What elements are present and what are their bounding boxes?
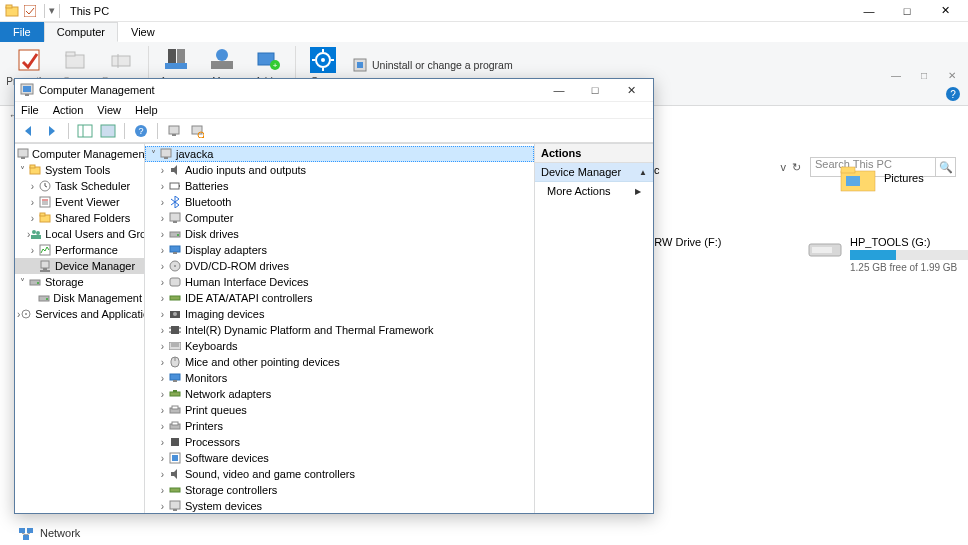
folder-pictures[interactable]: Pictures	[840, 164, 960, 192]
device-category[interactable]: › Mice and other pointing devices	[145, 354, 534, 370]
mgmt-titlebar[interactable]: Computer Management — □ ✕	[15, 79, 653, 101]
menu-help[interactable]: Help	[135, 104, 158, 116]
twisty-icon[interactable]: ›	[27, 197, 38, 208]
mgmt-minimize-button[interactable]: —	[541, 79, 577, 101]
twisty-icon[interactable]: ›	[157, 437, 168, 448]
device-category[interactable]: › Computer	[145, 210, 534, 226]
device-category[interactable]: › Bluetooth	[145, 194, 534, 210]
device-category[interactable]: › Batteries	[145, 178, 534, 194]
tree-performance[interactable]: › Performance	[15, 242, 144, 258]
tree-services[interactable]: › Services and Applications	[15, 306, 144, 322]
tb-show-hide-button[interactable]	[75, 122, 95, 140]
tab-computer[interactable]: Computer	[44, 22, 118, 42]
tab-file[interactable]: File	[0, 22, 44, 42]
device-category[interactable]: › Intel(R) Dynamic Platform and Thermal …	[145, 322, 534, 338]
twisty-icon[interactable]: ›	[157, 373, 168, 384]
twisty-icon[interactable]: ›	[157, 277, 168, 288]
twisty-icon[interactable]: ›	[157, 357, 168, 368]
device-root[interactable]: ˅ javacka	[145, 146, 534, 162]
device-category[interactable]: › Processors	[145, 434, 534, 450]
tree-device-manager[interactable]: Device Manager	[15, 258, 144, 274]
twisty-icon[interactable]: ›	[27, 213, 38, 224]
twisty-icon[interactable]: ›	[157, 485, 168, 496]
dropdown-icon[interactable]: ▾	[49, 4, 55, 17]
device-category[interactable]: › Keyboards	[145, 338, 534, 354]
drive-hptools[interactable]: HP_TOOLS (G:) 1.25 GB free of 1.99 GB	[808, 236, 968, 273]
twisty-icon[interactable]: ›	[157, 197, 168, 208]
tree-event-viewer[interactable]: › Event Viewer	[15, 194, 144, 210]
twisty-icon[interactable]: ˅	[17, 277, 28, 288]
folder-music[interactable]: usic	[640, 164, 760, 192]
tb-pane-button[interactable]	[98, 122, 118, 140]
mgmt-close-button[interactable]: ✕	[613, 79, 649, 101]
device-category[interactable]: › Printers	[145, 418, 534, 434]
tb-fwd-button[interactable]	[42, 122, 62, 140]
help-button[interactable]: ?	[946, 87, 960, 101]
device-category[interactable]: › System devices	[145, 498, 534, 513]
save-icon[interactable]	[22, 3, 38, 19]
device-category[interactable]: › Sound, video and game controllers	[145, 466, 534, 482]
device-category[interactable]: › Print queues	[145, 402, 534, 418]
tree-root[interactable]: Computer Management (Local)	[15, 146, 144, 162]
device-category[interactable]: › Audio inputs and outputs	[145, 162, 534, 178]
twisty-icon[interactable]: ›	[157, 293, 168, 304]
twisty-icon[interactable]: ›	[27, 245, 38, 256]
device-category[interactable]: › Network adapters	[145, 386, 534, 402]
tree-storage[interactable]: ˅ Storage	[15, 274, 144, 290]
twisty-icon[interactable]: ›	[157, 181, 168, 192]
twisty-icon[interactable]: ˅	[17, 165, 28, 176]
twisty-icon[interactable]: ›	[157, 261, 168, 272]
tb-back-button[interactable]	[19, 122, 39, 140]
device-category[interactable]: › Human Interface Devices	[145, 274, 534, 290]
actions-selected[interactable]: Device Manager ▲	[535, 163, 653, 182]
twisty-icon[interactable]: ›	[157, 245, 168, 256]
network-item[interactable]: Network	[18, 525, 80, 541]
uninstall-program-button[interactable]: Uninstall or change a program	[352, 57, 513, 73]
tree-task-scheduler[interactable]: › Task Scheduler	[15, 178, 144, 194]
twisty-icon[interactable]: ›	[157, 341, 168, 352]
mgmt-left-tree[interactable]: Computer Management (Local) ˅ System Too…	[15, 144, 145, 513]
tab-view[interactable]: View	[118, 22, 168, 42]
twisty-icon[interactable]: ›	[157, 501, 168, 512]
twisty-icon[interactable]: ›	[157, 325, 168, 336]
twisty-icon[interactable]: ›	[157, 421, 168, 432]
bg-close-button[interactable]: ✕	[938, 70, 966, 81]
twisty-icon[interactable]: ›	[157, 229, 168, 240]
tree-disk-management[interactable]: Disk Management	[15, 290, 144, 306]
menu-file[interactable]: File	[21, 104, 39, 116]
tb-help-button[interactable]: ?	[131, 122, 151, 140]
twisty-icon[interactable]: ›	[27, 181, 38, 192]
actions-more[interactable]: More Actions ▶	[535, 182, 653, 200]
bg-max-button[interactable]: □	[910, 70, 938, 81]
twisty-icon[interactable]: ›	[157, 213, 168, 224]
menu-view[interactable]: View	[97, 104, 121, 116]
device-category[interactable]: › IDE ATA/ATAPI controllers	[145, 290, 534, 306]
menu-action[interactable]: Action	[53, 104, 84, 116]
device-category[interactable]: › Storage controllers	[145, 482, 534, 498]
tree-shared-folders[interactable]: › Shared Folders	[15, 210, 144, 226]
device-category[interactable]: › Monitors	[145, 370, 534, 386]
bg-min-button[interactable]: —	[882, 70, 910, 81]
minimize-button[interactable]: —	[850, 0, 888, 22]
close-button[interactable]: ✕	[926, 0, 964, 22]
device-category[interactable]: › Display adapters	[145, 242, 534, 258]
tb-scan-button[interactable]	[187, 122, 207, 140]
twisty-icon[interactable]: ›	[157, 469, 168, 480]
twisty-icon[interactable]: ›	[157, 309, 168, 320]
tree-systools[interactable]: ˅ System Tools	[15, 162, 144, 178]
tree-local-users[interactable]: › Local Users and Groups	[15, 226, 144, 242]
device-category[interactable]: › DVD/CD-ROM drives	[145, 258, 534, 274]
device-category[interactable]: › Disk drives	[145, 226, 534, 242]
device-category[interactable]: › Imaging devices	[145, 306, 534, 322]
twisty-icon[interactable]: ›	[157, 165, 168, 176]
collapse-icon[interactable]: ▲	[639, 168, 647, 177]
tb-devices-button[interactable]	[164, 122, 184, 140]
twisty-icon[interactable]: ›	[157, 405, 168, 416]
mgmt-maximize-button[interactable]: □	[577, 79, 613, 101]
mgmt-device-tree[interactable]: ˅ javacka › Audio inputs and outputs › B…	[145, 144, 535, 513]
device-category[interactable]: › Software devices	[145, 450, 534, 466]
twisty-icon[interactable]: ›	[157, 389, 168, 400]
maximize-button[interactable]: □	[888, 0, 926, 22]
twisty-icon[interactable]: ˅	[148, 149, 159, 160]
twisty-icon[interactable]: ›	[157, 453, 168, 464]
